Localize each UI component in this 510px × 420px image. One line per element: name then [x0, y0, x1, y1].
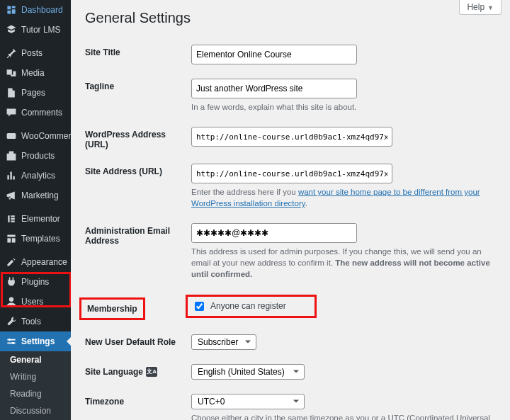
sidebar-item-products[interactable]: Products — [0, 146, 71, 166]
submenu-discussion[interactable]: Discussion — [0, 402, 71, 419]
media-icon — [6, 67, 17, 79]
sidebar-item-label: Marketing — [21, 191, 59, 200]
help-tab[interactable]: Help▼ — [459, 0, 502, 15]
sidebar-item-label: Dashboard — [21, 5, 63, 15]
marketing-icon — [6, 190, 17, 201]
pin-icon — [6, 47, 17, 59]
sidebar-item-label: Products — [21, 151, 55, 161]
sidebar-item-label: Templates — [21, 234, 60, 244]
page-icon — [6, 87, 17, 98]
checkbox-text: Anyone can register — [210, 301, 286, 311]
sidebar-item-label: Tools — [21, 317, 41, 327]
wp-url-input[interactable] — [191, 127, 392, 147]
highlight-box-membership-label: Membership — [79, 297, 145, 320]
admin-email-desc: This address is used for admin purposes.… — [191, 246, 496, 280]
label-site-lang: Site Language文A — [85, 358, 191, 388]
templates-icon — [6, 233, 17, 244]
sidebar-item-label: Elementor — [21, 214, 60, 224]
sidebar-item-settings[interactable]: Settings — [0, 331, 71, 351]
sidebar-item-appearance[interactable]: Appearance — [0, 252, 71, 272]
tools-icon — [6, 316, 17, 327]
chevron-down-icon: ▼ — [487, 4, 494, 11]
svg-point-3 — [12, 342, 14, 344]
admin-email-input[interactable] — [191, 223, 357, 243]
sidebar-item-media[interactable]: Media — [0, 63, 71, 83]
svg-rect-0 — [7, 133, 16, 139]
submenu-general[interactable]: General — [0, 351, 71, 368]
label-site-url: Site Address (URL) — [85, 158, 191, 217]
highlight-box-membership-field: Anyone can register — [186, 295, 317, 318]
timezone-select[interactable]: UTC+0 — [191, 394, 305, 409]
analytics-icon — [6, 170, 17, 181]
label-site-title: Site Title — [85, 39, 191, 73]
membership-checkbox-label[interactable]: Anyone can register — [192, 300, 286, 313]
sidebar-item-analytics[interactable]: Analytics — [0, 166, 71, 186]
sidebar-item-plugins[interactable]: Plugins — [0, 272, 71, 292]
woo-icon — [6, 130, 17, 142]
submenu-reading[interactable]: Reading — [0, 385, 71, 402]
site-title-input[interactable] — [191, 45, 357, 64]
products-icon — [6, 150, 17, 161]
label-admin-email: Administration Email Address — [85, 217, 191, 288]
sidebar-item-marketing[interactable]: Marketing — [0, 186, 71, 205]
timezone-desc: Choose either a city in the same timezon… — [191, 412, 496, 420]
svg-point-1 — [9, 297, 13, 302]
site-url-input[interactable] — [191, 164, 392, 183]
sidebar-item-label: Comments — [21, 108, 62, 118]
desc-text: Enter the address here if you — [191, 188, 298, 196]
sidebar-item-label: Posts — [21, 48, 42, 58]
sidebar-item-tutor-lms[interactable]: Tutor LMS — [0, 20, 71, 40]
label-timezone: Timezone — [85, 388, 191, 420]
label-membership: Membership — [87, 304, 137, 314]
sidebar-item-dashboard[interactable]: Dashboard — [0, 0, 71, 20]
sidebar-item-label: Tutor LMS — [21, 25, 61, 35]
translate-icon: 文A — [146, 367, 157, 377]
admin-sidebar: Dashboard Tutor LMS Posts Media Pages Co… — [0, 0, 71, 420]
desc-text: . — [305, 199, 307, 208]
label-text: Site Language — [85, 367, 143, 377]
label-wp-url: WordPress Address (URL) — [85, 121, 191, 158]
sidebar-item-users[interactable]: Users — [0, 292, 71, 312]
tagline-input[interactable] — [191, 79, 357, 98]
elementor-icon — [6, 213, 17, 225]
submenu-label: Discussion — [10, 406, 51, 416]
sidebar-item-elementor[interactable]: Elementor — [0, 209, 71, 229]
label-tagline: Tagline — [85, 73, 191, 121]
content-area: Help▼ General Settings Site Title Taglin… — [71, 0, 510, 420]
default-role-select[interactable]: Subscriber — [191, 334, 256, 350]
page-title: General Settings — [85, 10, 496, 26]
appearance-icon — [6, 256, 17, 268]
tagline-desc: In a few words, explain what this site i… — [191, 101, 496, 113]
sidebar-item-label: Appearance — [21, 257, 67, 267]
settings-form: Site Title Tagline In a few words, expla… — [85, 39, 496, 420]
settings-icon — [6, 336, 17, 347]
sidebar-item-label: Pages — [21, 88, 45, 98]
sidebar-item-templates[interactable]: Templates — [0, 229, 71, 249]
plugin-icon — [6, 276, 17, 288]
membership-checkbox[interactable] — [195, 302, 204, 311]
submenu-label: Writing — [10, 372, 36, 382]
sidebar-item-posts[interactable]: Posts — [0, 43, 71, 63]
sidebar-item-tools[interactable]: Tools — [0, 312, 71, 331]
tutor-icon — [6, 24, 17, 35]
sidebar-item-comments[interactable]: Comments — [0, 103, 71, 123]
sidebar-item-woocommerce[interactable]: WooCommerce — [0, 126, 71, 146]
help-label: Help — [467, 2, 484, 12]
sidebar-item-label: Plugins — [21, 277, 49, 287]
sidebar-item-pages[interactable]: Pages — [0, 83, 71, 103]
site-lang-select[interactable]: English (United States) — [191, 364, 305, 380]
submenu-writing[interactable]: Writing — [0, 368, 71, 385]
sidebar-item-label: WooCommerce — [21, 131, 71, 141]
settings-submenu: General Writing Reading Discussion Media… — [0, 351, 71, 420]
sidebar-item-label: Users — [21, 297, 43, 307]
dashboard-icon — [6, 4, 17, 16]
svg-point-2 — [8, 339, 11, 341]
sidebar-item-label: Analytics — [21, 171, 55, 181]
sidebar-item-label: Media — [21, 68, 45, 78]
sidebar-item-label: Settings — [21, 336, 55, 346]
submenu-label: Reading — [10, 389, 42, 399]
label-default-role: New User Default Role — [85, 329, 191, 358]
submenu-label: General — [10, 355, 42, 365]
comment-icon — [6, 107, 17, 118]
site-url-desc: Enter the address here if you want your … — [191, 186, 496, 209]
